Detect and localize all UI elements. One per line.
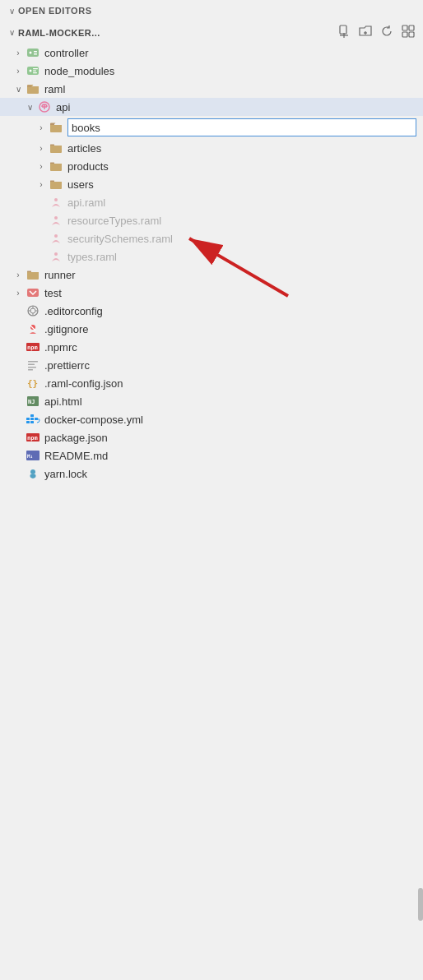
svg-rect-17: [33, 72, 37, 73]
new-file-button[interactable]: [337, 25, 351, 40]
icon-types-raml: [48, 249, 64, 264]
tree-item-gitignore[interactable]: › .gitignore: [0, 320, 423, 338]
tree-item-yarn-lock[interactable]: › yarn.lock: [0, 465, 423, 483]
spacer-resource-types: ›: [35, 214, 48, 227]
svg-rect-16: [33, 71, 36, 72]
label-api: api: [56, 101, 423, 113]
spacer-package-json: ›: [12, 431, 25, 444]
label-raml: raml: [44, 83, 423, 95]
icon-folder-users: [48, 177, 64, 192]
tree-item-products[interactable]: › products: [0, 157, 423, 175]
icon-package-json: npm: [25, 430, 41, 445]
svg-rect-43: [28, 364, 35, 366]
icon-npmrc: npm: [25, 340, 41, 354]
label-resource-types-raml: resourceTypes.raml: [67, 215, 423, 227]
tree-item-readme[interactable]: › M↓ README.md: [0, 446, 423, 465]
svg-rect-12: [34, 53, 37, 55]
tree-item-node-modules[interactable]: › node_modules: [0, 62, 423, 80]
icon-readme: M↓: [25, 448, 41, 463]
svg-rect-8: [409, 32, 414, 37]
label-types-raml: types.raml: [67, 251, 423, 263]
svg-rect-53: [30, 421, 34, 423]
svg-rect-7: [402, 32, 407, 37]
scrollbar[interactable]: [418, 888, 423, 921]
svg-rect-22: [50, 124, 54, 125]
project-toolbar: [337, 25, 415, 40]
svg-text:NJ: NJ: [28, 399, 35, 405]
label-editorconfig: .editorconfig: [44, 305, 423, 317]
refresh-button[interactable]: [380, 25, 393, 40]
tree-item-api-html[interactable]: › NJ api.html: [0, 392, 423, 410]
chevron-runner: ›: [12, 268, 25, 281]
tree-item-books[interactable]: ›: [0, 116, 423, 139]
icon-controller: [25, 45, 41, 60]
open-editors-header[interactable]: ∨ OPEN EDITORS: [0, 0, 423, 21]
tree-item-api-raml[interactable]: › api.raml: [0, 193, 423, 211]
tree-item-runner[interactable]: › runner: [0, 266, 423, 284]
svg-point-29: [54, 252, 58, 256]
icon-prettierrc: [25, 358, 41, 372]
svg-rect-31: [27, 289, 39, 297]
svg-rect-18: [27, 86, 31, 87]
tree-item-package-json[interactable]: › npm package.json: [0, 428, 423, 446]
tree-item-prettierrc[interactable]: › .prettierrc: [0, 356, 423, 374]
svg-rect-5: [402, 25, 407, 30]
tree-item-api[interactable]: ∨ api: [0, 98, 423, 116]
spacer-api-raml: ›: [35, 196, 48, 209]
svg-rect-9: [27, 49, 39, 57]
svg-rect-6: [409, 25, 414, 30]
tree-item-docker-compose[interactable]: › docker-compose.yml: [0, 410, 423, 428]
svg-rect-45: [28, 369, 33, 371]
svg-rect-24: [50, 163, 54, 164]
icon-folder-books: [48, 120, 64, 135]
icon-security-schemes-raml: [48, 231, 64, 246]
svg-point-59: [30, 469, 35, 474]
spacer-api-html: ›: [12, 395, 25, 408]
tree-item-test[interactable]: › test: [0, 284, 423, 302]
tree-item-users[interactable]: › users: [0, 175, 423, 193]
rename-input-books[interactable]: [67, 118, 416, 136]
label-api-html: api.html: [44, 395, 423, 408]
open-editors-chevron[interactable]: ∨: [5, 4, 18, 17]
label-runner: runner: [44, 269, 423, 281]
tree-item-types-raml[interactable]: › types.raml: [0, 247, 423, 266]
sidebar: ∨ OPEN EDITORS ∨ RAML-MOCKER...: [0, 0, 423, 980]
tree-item-security-schemes-raml[interactable]: › securitySchemes.raml: [0, 229, 423, 247]
svg-rect-0: [340, 25, 346, 34]
icon-docker-compose: [25, 412, 41, 427]
spacer-security-schemes: ›: [35, 232, 48, 245]
tree-item-raml[interactable]: ∨ raml: [0, 80, 423, 98]
svg-rect-52: [26, 421, 30, 423]
collapse-all-button[interactable]: [402, 25, 415, 40]
tree-item-controller[interactable]: › controller: [0, 44, 423, 62]
svg-text:npm: npm: [27, 435, 38, 441]
svg-rect-25: [50, 181, 54, 183]
tree-item-resource-types-raml[interactable]: › resourceTypes.raml: [0, 211, 423, 229]
label-test: test: [44, 287, 423, 299]
svg-rect-51: [35, 418, 38, 420]
new-folder-button[interactable]: [359, 25, 372, 39]
chevron-node-modules: ›: [12, 64, 25, 77]
spacer-yarn-lock: ›: [12, 467, 25, 480]
chevron-api: ∨: [23, 100, 36, 113]
project-chevron[interactable]: ∨: [5, 26, 18, 39]
svg-rect-23: [50, 145, 54, 146]
label-controller: controller: [44, 47, 423, 59]
svg-rect-54: [30, 414, 34, 417]
label-readme: README.md: [44, 450, 423, 462]
icon-resource-types-raml: [48, 213, 64, 228]
spacer-editorconfig: ›: [12, 304, 25, 317]
chevron-articles: ›: [35, 141, 48, 155]
svg-rect-30: [27, 271, 31, 273]
svg-point-33: [30, 308, 35, 313]
tree-item-npmrc[interactable]: › npm .npmrc: [0, 338, 423, 356]
svg-point-28: [54, 234, 58, 238]
tree-item-articles[interactable]: › articles: [0, 139, 423, 157]
tree-item-editorconfig[interactable]: › .editorconfig: [0, 302, 423, 320]
tree-item-raml-config[interactable]: › {} .raml-config.json: [0, 374, 423, 392]
spacer-gitignore: ›: [12, 322, 25, 335]
open-editors-label: OPEN EDITORS: [18, 6, 415, 16]
svg-rect-11: [34, 51, 37, 53]
label-node-modules: node_modules: [44, 65, 423, 77]
label-yarn-lock: yarn.lock: [44, 468, 423, 480]
